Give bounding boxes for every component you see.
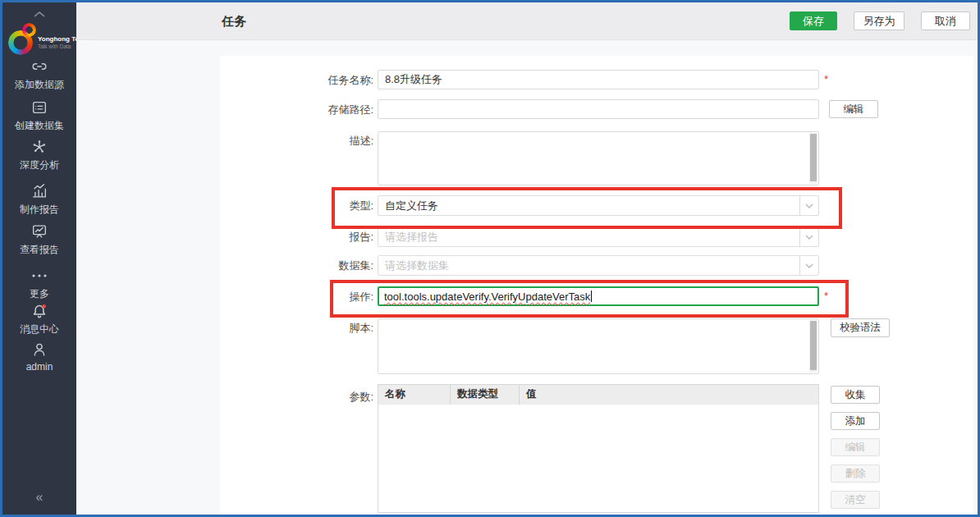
sidebar-item-label: 消息中心 (2, 323, 76, 336)
description-textarea[interactable] (378, 132, 818, 185)
delete-param-button: 删除 (831, 464, 880, 483)
save-as-button[interactable]: 另存为 (854, 11, 904, 30)
scrollbar-track (809, 133, 817, 184)
type-label: 类型: (220, 199, 373, 213)
dataset-icon (2, 98, 76, 117)
sidebar-item-label: 添加数据源 (2, 78, 76, 92)
sidebar-item-add-datasource[interactable]: 添加数据源 (2, 57, 76, 92)
chevron-down-icon[interactable] (799, 196, 818, 215)
parameters-label: 参数: (220, 390, 373, 405)
dataset-label: 数据集: (220, 258, 373, 273)
description-label: 描述: (220, 134, 373, 149)
dataset-select-placeholder: 请选择数据集 (385, 256, 449, 275)
sidebar-item-label: admin (2, 361, 76, 373)
collect-button[interactable]: 收集 (831, 386, 880, 404)
description-field (378, 131, 819, 185)
parameters-table-header: 名称 数据类型 值 (378, 385, 818, 405)
storage-path-input[interactable] (378, 99, 819, 119)
cancel-button[interactable]: 取消 (921, 11, 970, 30)
storage-path-label: 存储路径: (220, 103, 373, 117)
sidebar-item-label: 创建数据集 (2, 119, 76, 133)
parameters-table-body[interactable] (378, 405, 818, 512)
operation-input[interactable]: tool.tools.updateVerify.VerifyUpdateVerT… (378, 286, 819, 306)
required-asterisk: * (824, 73, 828, 85)
scrollbar-thumb[interactable] (810, 321, 817, 370)
report-select[interactable]: 请选择报告 (378, 226, 819, 247)
sidebar-collapse-icon[interactable]: « (2, 490, 76, 505)
logo-ring-small-icon (22, 23, 36, 37)
text-caret (591, 291, 592, 302)
scrollbar-track (809, 320, 817, 373)
yonghong-logo: Yonghong Tech Talk with Data (8, 23, 74, 61)
column-header-name: 名称 (378, 385, 451, 405)
script-textarea[interactable] (378, 319, 818, 373)
sidebar-item-label: 查看报告 (2, 243, 76, 257)
add-param-button[interactable]: 添加 (831, 412, 880, 430)
page-title: 任务 (222, 2, 246, 39)
sidebar-item-deep-analysis[interactable]: 深度分析 (2, 138, 76, 172)
task-name-label: 任务名称: (220, 73, 373, 88)
operation-value: tool.tools.updateVerify.VerifyUpdateVerT… (384, 291, 590, 303)
task-name-input[interactable] (378, 70, 819, 89)
sidebar: Yonghong Tech Talk with Data 添加数据源 创建数据集… (2, 2, 76, 515)
chevron-down-icon[interactable] (799, 227, 818, 246)
column-header-value: 值 (520, 385, 818, 405)
bar-chart-icon (2, 182, 76, 200)
logo-tagline: Talk with Data (38, 43, 71, 49)
sidebar-item-create-dataset[interactable]: 创建数据集 (2, 98, 76, 133)
sidebar-item-label: 更多 (2, 287, 76, 301)
script-label: 脚本: (220, 321, 373, 336)
type-select[interactable]: 自定义任务 (378, 195, 819, 216)
report-select-placeholder: 请选择报告 (385, 227, 438, 246)
sidebar-item-more[interactable]: 更多 (2, 267, 76, 301)
presentation-icon (2, 222, 76, 240)
scrollbar-thumb[interactable] (810, 134, 817, 181)
operation-label: 操作: (220, 290, 373, 304)
script-field (378, 318, 819, 374)
sidebar-item-make-report[interactable]: 制作报告 (2, 182, 76, 217)
required-asterisk: * (824, 290, 828, 302)
edit-path-button[interactable]: 编辑 (829, 100, 878, 118)
edit-param-button: 编辑 (831, 438, 880, 456)
sidebar-item-admin[interactable]: admin (2, 341, 76, 373)
sidebar-item-label: 深度分析 (2, 158, 76, 172)
task-form-panel: 任务名称: * 存储路径: 编辑 描述: 类型: 自定义任务 报告: 请选择报告… (220, 56, 973, 515)
parameters-table: 名称 数据类型 值 (378, 384, 819, 513)
sidebar-item-label: 制作报告 (2, 203, 76, 217)
dataset-select[interactable]: 请选择数据集 (378, 255, 819, 276)
user-icon (2, 341, 76, 359)
header-bar: 任务 保存 另存为 取消 (76, 2, 978, 40)
report-label: 报告: (220, 230, 373, 245)
save-button[interactable]: 保存 (790, 11, 837, 30)
notification-dot (42, 304, 46, 309)
column-header-datatype: 数据类型 (451, 385, 520, 405)
chevron-down-icon[interactable] (799, 256, 818, 275)
clear-param-button: 清空 (831, 491, 880, 509)
ellipsis-icon (2, 267, 76, 285)
validate-syntax-button[interactable]: 校验语法 (831, 318, 890, 337)
sidebar-scroll-up-icon[interactable] (2, 7, 76, 21)
sidebar-item-message-center[interactable]: 消息中心 (2, 302, 76, 336)
link-icon (2, 57, 76, 75)
bell-icon (2, 302, 76, 320)
sidebar-item-view-report[interactable]: 查看报告 (2, 222, 76, 257)
analysis-nodes-icon (2, 138, 76, 156)
type-select-value: 自定义任务 (385, 196, 438, 215)
